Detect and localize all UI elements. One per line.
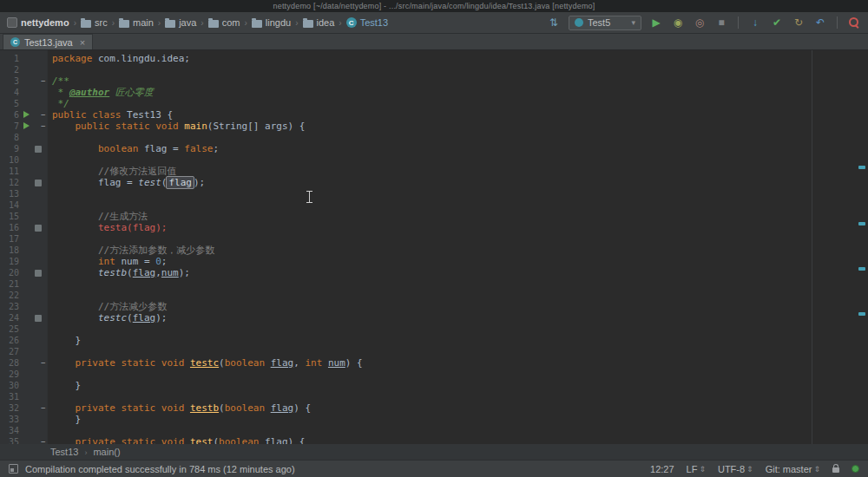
code-line-25 — [48, 323, 868, 335]
folder-icon — [119, 20, 129, 28]
vcs-commit-icon[interactable]: ✔ — [770, 16, 784, 29]
fold-icon[interactable] — [41, 438, 45, 444]
gutter-change-marker — [35, 146, 42, 153]
project-icon — [7, 17, 17, 28]
vcs-rollback-icon[interactable]: ↶ — [813, 16, 827, 29]
code-line-26: } — [48, 335, 868, 346]
nav-item-label: java — [179, 17, 196, 28]
breadcrumb-separator — [112, 17, 115, 28]
fold-icon[interactable] — [41, 111, 45, 119]
tab-label: Test13.java — [24, 37, 73, 48]
run-configuration-selector[interactable]: Test5 — [569, 16, 641, 30]
code-line-16: testa(flag); — [48, 222, 868, 233]
vcs-history-icon[interactable]: ↻ — [792, 16, 806, 29]
nav-item-main[interactable]: main — [119, 17, 154, 28]
coverage-icon[interactable]: ◎ — [693, 16, 707, 29]
class-icon — [346, 17, 357, 28]
lock-icon[interactable] — [832, 467, 839, 473]
toolwindow-switcher-icon[interactable] — [9, 464, 18, 474]
gutter-change-marker — [35, 225, 42, 232]
breadcrumb-item[interactable]: main() — [93, 447, 120, 457]
code-area[interactable]: package com.lingdu.idea;/** * @author 匠心… — [48, 50, 868, 444]
close-icon[interactable] — [80, 37, 85, 48]
vcs-update-icon[interactable]: ↓ — [748, 16, 762, 29]
code-line-30: } — [48, 380, 868, 391]
fold-icon[interactable] — [41, 122, 45, 130]
breadcrumb: Test13main() — [50, 447, 121, 457]
line-number: 5 — [0, 98, 19, 109]
nav-item-label: src — [95, 17, 108, 28]
breadcrumb-separator — [295, 17, 298, 28]
run-gutter-icon[interactable] — [23, 122, 30, 129]
inspection-highlighting-icon[interactable] — [852, 465, 859, 473]
line-number: 19 — [0, 256, 19, 267]
git-branch-widget[interactable]: Git: master — [766, 464, 820, 474]
code-line-6: public class Test13 { — [48, 109, 868, 121]
error-stripe-mark[interactable] — [858, 267, 865, 271]
tab-test13-java[interactable]: Test13.java — [3, 34, 93, 49]
code-line-23: //方法减少参数 — [48, 301, 868, 312]
code-line-33: } — [48, 414, 868, 425]
toolbar-actions: ⇅ Test5 ▶◉◎■↓✔↻↶ — [547, 16, 861, 30]
line-number: 7 — [0, 121, 19, 132]
debug-icon[interactable]: ◉ — [671, 16, 685, 29]
nav-item-label: com — [222, 17, 240, 28]
line-number: 24 — [0, 312, 19, 323]
error-stripe[interactable] — [857, 50, 868, 444]
nav-item-src[interactable]: src — [81, 17, 108, 28]
line-number: 30 — [0, 380, 19, 391]
nav-item-label: nettydemo — [21, 17, 69, 28]
chevron-down-icon — [631, 18, 635, 27]
toolbar-pre-icons: ⇅ — [547, 16, 561, 29]
code-line-34 — [48, 425, 868, 436]
run-icon[interactable]: ▶ — [649, 16, 663, 29]
code-line-3: /** — [48, 75, 868, 87]
run-config-label: Test5 — [588, 17, 610, 28]
error-stripe-mark[interactable] — [858, 222, 865, 225]
breadcrumb-item[interactable]: Test13 — [50, 447, 78, 457]
code-line-20: testb(flag,num); — [48, 267, 868, 278]
run-gutter-icon[interactable] — [23, 111, 30, 118]
breadcrumb-separator — [74, 17, 76, 28]
nav-item-com[interactable]: com — [208, 17, 240, 28]
sync-arrows-icon[interactable]: ⇅ — [547, 16, 561, 29]
code-line-13 — [48, 188, 868, 199]
gutter-change-marker — [35, 315, 42, 322]
fold-icon[interactable] — [41, 77, 45, 85]
code-line-18: //方法添加参数，减少参数 — [48, 245, 868, 256]
caret-position-value: 12:27 — [650, 464, 674, 474]
right-margin-guide — [812, 50, 812, 444]
stop-icon[interactable]: ■ — [714, 16, 728, 29]
code-line-17 — [48, 233, 868, 245]
breadcrumb-separator — [244, 17, 247, 28]
status-widgets: 12:27 LF UTF-8 Git: master — [650, 464, 859, 474]
nav-item-java[interactable]: java — [165, 17, 196, 28]
toolbar-separator — [738, 16, 739, 29]
nav-item-nettydemo[interactable]: nettydemo — [7, 17, 69, 28]
file-encoding-widget[interactable]: UTF-8 — [718, 464, 753, 474]
line-number: 27 — [0, 346, 19, 357]
line-number: 17 — [0, 233, 19, 245]
nav-item-lingdu[interactable]: lingdu — [252, 17, 291, 28]
error-stripe-mark[interactable] — [858, 166, 865, 169]
line-separator-widget[interactable]: LF — [687, 464, 706, 474]
breadcrumb-separator — [339, 17, 341, 28]
code-line-2 — [48, 64, 868, 75]
fold-icon[interactable] — [41, 404, 45, 412]
code-line-19: int num = 0; — [48, 256, 868, 267]
toolbar-separator — [837, 16, 838, 29]
error-stripe-mark[interactable] — [858, 312, 865, 316]
code-line-27 — [48, 346, 868, 357]
search-everywhere-icon[interactable] — [847, 16, 861, 29]
code-editor[interactable]: 1234567891011121314151617181920212223242… — [0, 50, 868, 444]
editor-gutter[interactable]: 1234567891011121314151617181920212223242… — [0, 50, 48, 444]
caret-position-widget[interactable]: 12:27 — [650, 464, 674, 474]
line-number: 2 — [0, 64, 19, 75]
nav-item-label: Test13 — [360, 17, 388, 28]
nav-item-idea[interactable]: idea — [303, 17, 335, 28]
nav-item-label: idea — [317, 17, 335, 28]
gutter-change-marker — [35, 180, 42, 186]
fold-icon[interactable] — [41, 359, 45, 367]
nav-item-Test13[interactable]: Test13 — [346, 17, 388, 28]
code-line-35: private static void test(boolean flag) { — [48, 436, 868, 444]
